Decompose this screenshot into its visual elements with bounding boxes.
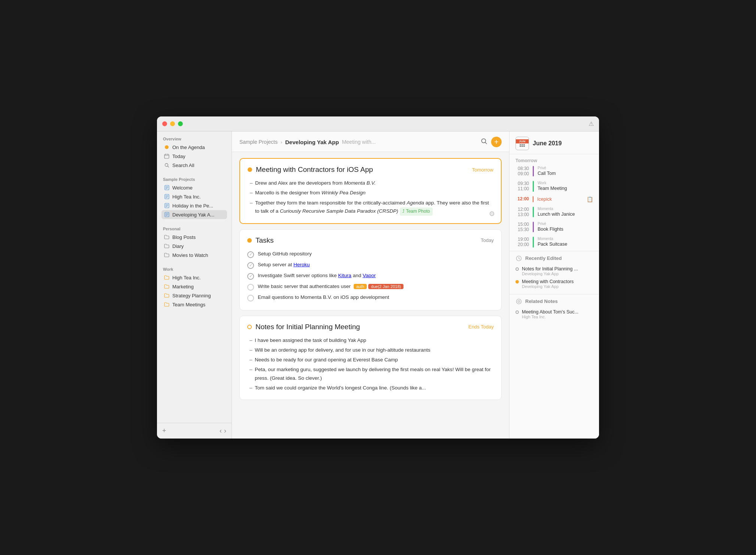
note-icon: [164, 194, 170, 200]
tag-due[interactable]: due(2 Jan 2018): [368, 284, 403, 289]
calendar-month: JUN: [516, 139, 529, 143]
tomorrow-label: Tomorrow: [509, 154, 599, 165]
sidebar-item-blog-posts[interactable]: Blog Posts: [161, 233, 227, 242]
header-actions: +: [481, 137, 502, 147]
sidebar-item-label: Blog Posts: [172, 234, 196, 240]
folder-icon: [164, 252, 170, 258]
traffic-lights: [162, 121, 183, 126]
event-name: Pack Suitcase: [538, 241, 567, 247]
sidebar-item-label: On the Agenda: [172, 145, 205, 150]
note-status-dot: [247, 325, 252, 329]
recently-item-dot: [515, 267, 519, 271]
event-end-time: 20:00: [518, 242, 529, 247]
folder-orange-icon: [164, 283, 170, 289]
note-icon: [164, 212, 170, 218]
sidebar-item-label: Developing Yak A...: [172, 212, 214, 218]
calendar-event: 12:00 Icepick 📋: [509, 195, 599, 203]
event-start-time: 12:00: [517, 196, 529, 201]
sidebar-item-label: Strategy Planning: [172, 293, 211, 298]
sidebar-item-developing-yak[interactable]: Developing Yak A...: [161, 210, 227, 219]
personal-label: Personal: [161, 227, 227, 231]
task-checkbox[interactable]: [247, 251, 254, 258]
related-notes-header: Related Notes: [515, 298, 593, 305]
folder-orange-icon: [164, 301, 170, 307]
event-bar: [533, 237, 534, 247]
main-scroll[interactable]: Meeting with Contractors for iOS App Tom…: [232, 152, 509, 439]
sidebar-item-label: Holiday in the Pe...: [172, 203, 213, 209]
note-card-initial-planning: Notes for Initial Planning Meeting Ends …: [239, 316, 502, 400]
tasks-status-dot: [247, 238, 252, 243]
note-body-line: I have been assigned the task of buildin…: [250, 336, 494, 345]
gear-button[interactable]: ⚙: [489, 210, 495, 218]
heroku-link[interactable]: Heroku: [293, 262, 310, 267]
event-category: Momenta: [538, 207, 575, 211]
breadcrumb-separator: ›: [281, 139, 282, 145]
folder-icon: [164, 234, 170, 240]
related-note-dot: [515, 310, 519, 314]
sidebar-footer: + ‹ ›: [157, 423, 232, 439]
recently-item[interactable]: Meeting with Contractors Developing Yak …: [515, 278, 593, 290]
event-group-pack-suitcase: 19:00 20:00 Momenta Pack Suitcase: [509, 236, 599, 248]
event-content: Icepick 📋: [537, 196, 593, 202]
recently-item[interactable]: Notes for Initial Planning ... Developin…: [515, 265, 593, 278]
task-checkbox[interactable]: [247, 284, 254, 291]
search-icon: [164, 162, 170, 168]
note-title: Notes for Initial Planning Meeting: [255, 323, 360, 331]
close-button[interactable]: [162, 121, 167, 126]
sidebar-item-diary[interactable]: Diary: [161, 242, 227, 251]
task-checkbox[interactable]: [247, 262, 254, 269]
note-body: Drew and Alex are the developers from Mo…: [248, 178, 493, 216]
tag-auth[interactable]: auth: [354, 284, 367, 289]
maximize-button[interactable]: [178, 121, 183, 126]
tasks-header: Tasks Today: [247, 236, 494, 245]
sidebar-item-label: Today: [172, 154, 185, 159]
task-text: Write basic server that authenticates us…: [258, 283, 403, 289]
sidebar-item-label: Diary: [172, 243, 184, 249]
add-project-button[interactable]: +: [162, 427, 166, 435]
task-text: Email questions to Momenta B.V. on iOS a…: [258, 294, 389, 300]
event-category: Work: [538, 181, 567, 185]
task-checkbox[interactable]: [247, 295, 254, 301]
sidebar-item-holiday[interactable]: Holiday in the Pe...: [161, 201, 227, 210]
note-title-row: Notes for Initial Planning Meeting: [247, 323, 360, 331]
sidebar-item-search-all[interactable]: Search All: [161, 161, 227, 170]
task-checkbox[interactable]: [247, 273, 254, 280]
recently-item-dot: [515, 280, 519, 283]
next-button[interactable]: ›: [224, 427, 226, 435]
related-note-item[interactable]: Meeting About Tom's Suc... High Tea Inc.: [515, 308, 593, 321]
event-bar: [533, 196, 533, 202]
sidebar-item-label: Team Meetings: [172, 302, 205, 307]
add-note-button[interactable]: +: [491, 137, 502, 147]
overview-label: Overview: [161, 137, 227, 141]
folder-orange-icon: [164, 292, 170, 298]
minimize-button[interactable]: [170, 121, 175, 126]
sidebar-item-marketing[interactable]: Marketing: [161, 282, 227, 291]
sidebar-item-today[interactable]: Today: [161, 152, 227, 161]
event-group-lunch: 12:00 13:00 Momenta Lunch with Janice: [509, 206, 599, 218]
recently-item-subtitle: Developing Yak App: [522, 284, 574, 289]
app-window: ⚠ Overview On the Agenda Today: [157, 116, 599, 439]
team-photo-tag[interactable]: ⤴ Team Photo: [400, 207, 433, 216]
related-note-title: Meeting About Tom's Suc...: [522, 309, 578, 315]
recently-edited-header: Recently Edited: [515, 255, 593, 262]
vapor-link[interactable]: Vapor: [363, 273, 376, 278]
event-category: Privé: [538, 166, 556, 170]
note-body-line: Needs to be ready for our grand opening …: [250, 355, 494, 365]
sidebar-item-team-meetings[interactable]: Team Meetings: [161, 300, 227, 309]
search-button[interactable]: [481, 138, 487, 146]
event-name: Call Tom: [538, 170, 556, 176]
breadcrumb-suffix: Meeting with...: [342, 139, 376, 145]
sidebar-item-high-tea-inc[interactable]: High Tea Inc.: [161, 192, 227, 201]
kitura-link[interactable]: Kitura: [338, 273, 351, 278]
sidebar-item-on-the-agenda[interactable]: On the Agenda: [161, 143, 227, 152]
svg-point-8: [517, 299, 521, 304]
sidebar-item-label: Welcome: [172, 185, 193, 191]
recently-item-subtitle: Developing Yak App: [522, 272, 578, 276]
sidebar-item-movies-to-watch[interactable]: Movies to Watch: [161, 251, 227, 260]
tasks-title: Tasks: [255, 236, 274, 245]
sidebar-item-strategy-planning[interactable]: Strategy Planning: [161, 291, 227, 300]
prev-button[interactable]: ‹: [220, 427, 222, 435]
sidebar-item-welcome[interactable]: Welcome: [161, 183, 227, 192]
sidebar-item-high-tea-work[interactable]: High Tea Inc.: [161, 273, 227, 282]
event-end-time: 13:00: [518, 212, 529, 217]
